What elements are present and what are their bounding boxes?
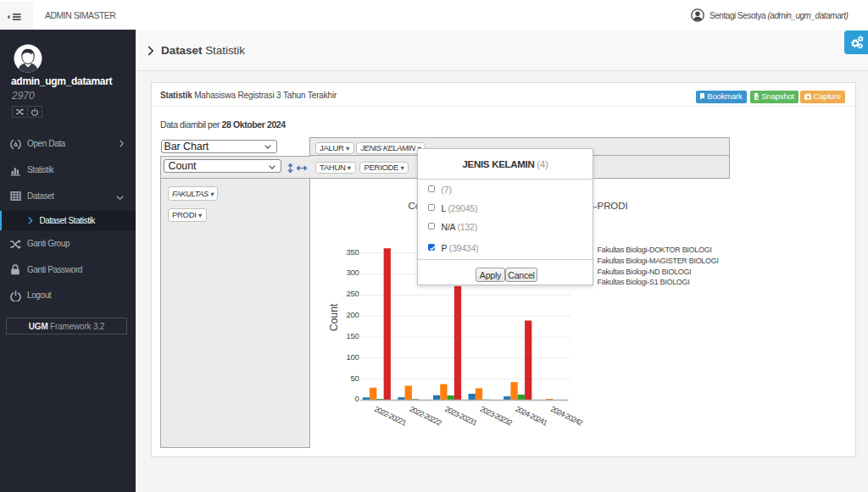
svg-text:250: 250: [347, 289, 359, 298]
svg-text:Count: Count: [328, 303, 340, 331]
svg-text:Fakultas Biologi-ND BIOLOGI: Fakultas Biologi-ND BIOLOGI: [598, 268, 692, 276]
svg-text:Fakultas Biologi-MAGISTER BIOL: Fakultas Biologi-MAGISTER BIOLOGI: [598, 257, 719, 265]
svg-text:2024-20241: 2024-20241: [515, 405, 549, 428]
svg-text:350: 350: [347, 247, 359, 257]
svg-text:2023-20232: 2023-20232: [479, 405, 514, 428]
svg-text:2024-20242: 2024-20242: [549, 405, 584, 428]
svg-text:300: 300: [347, 268, 359, 277]
svg-text:50: 50: [351, 373, 359, 383]
svg-text:2022-20222: 2022-20222: [409, 405, 443, 428]
svg-text:Fakultas Biologi-DOKTOR BIOLOG: Fakultas Biologi-DOKTOR BIOLOGI: [598, 246, 712, 254]
svg-text:0: 0: [355, 394, 359, 403]
svg-text:100: 100: [347, 352, 359, 362]
svg-text:150: 150: [347, 331, 359, 340]
svg-text:Fakultas Biologi-S1 BIOLOGI: Fakultas Biologi-S1 BIOLOGI: [598, 278, 690, 286]
svg-text:2022-20221: 2022-20221: [373, 405, 408, 428]
svg-text:200: 200: [347, 310, 359, 319]
svg-text:2023-20231: 2023-20231: [443, 405, 478, 428]
